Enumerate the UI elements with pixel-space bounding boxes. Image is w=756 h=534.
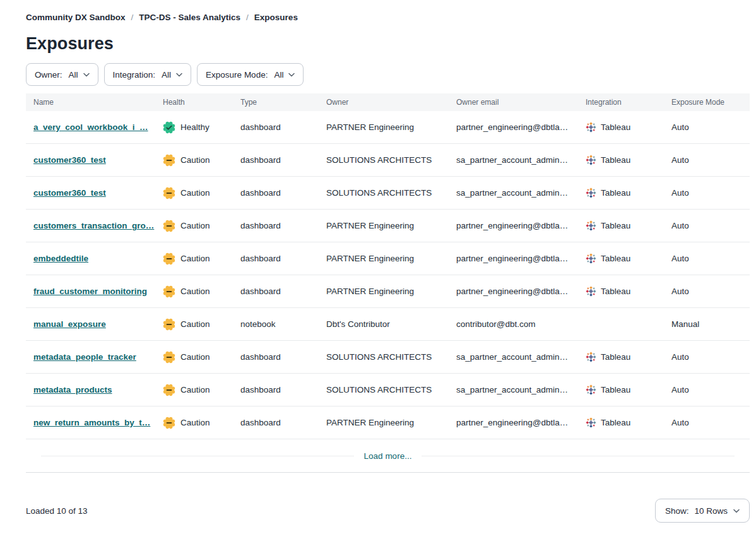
caution-seal-icon (163, 351, 175, 364)
owner-cell: PARTNER Engineering (326, 418, 456, 427)
type-cell: dashboard (240, 122, 326, 132)
integration-cell: Tableau (586, 220, 671, 231)
exposure-mode-filter-dropdown[interactable]: Exposure Mode:All (197, 63, 304, 86)
owner-filter-dropdown[interactable]: Owner:All (26, 63, 98, 86)
breadcrumb-separator: / (131, 13, 134, 22)
table-row: new_return_amounts_by_t… Caution dashboa… (26, 406, 750, 439)
load-more-link[interactable]: Load more... (354, 451, 422, 461)
table-row: embeddedtile Caution dashboard PARTNER E… (26, 242, 750, 275)
filter-bar: Owner:All Integration:All Exposure Mode:… (26, 63, 750, 86)
caution-seal-icon (163, 187, 175, 199)
integration-cell: Tableau (586, 352, 671, 362)
integration-cell: Tableau (586, 286, 671, 297)
health-label: Caution (180, 352, 210, 362)
breadcrumb-item-exposures: Exposures (254, 13, 298, 22)
tableau-icon (586, 384, 596, 395)
table-row: metadata_people_tracker Caution dashboar… (26, 341, 750, 374)
exposures-table: Name Health Type Owner Owner email Integ… (26, 93, 750, 473)
load-more-row: Load more... (26, 439, 750, 473)
rows-per-page-dropdown[interactable]: Show:10 Rows (655, 499, 750, 523)
owner-email-cell: partner_engineering@dbtla… (456, 287, 586, 296)
integration-label: Tableau (601, 188, 630, 198)
health-label: Caution (180, 254, 210, 263)
owner-email-cell: partner_engineering@dbtla… (456, 122, 586, 132)
integration-cell: Tableau (586, 384, 671, 395)
type-cell: dashboard (240, 254, 326, 263)
health-label: Caution (180, 221, 210, 230)
column-header-owner: Owner (326, 98, 456, 107)
health-label: Healthy (180, 122, 210, 132)
column-header-owner-email: Owner email (456, 98, 586, 107)
health-label: Caution (180, 188, 210, 198)
exposure-mode-cell: Auto (671, 221, 750, 230)
column-header-exposure-mode: Exposure Mode (671, 98, 750, 107)
integration-cell: Tableau (586, 417, 671, 428)
owner-email-cell: sa_partner_account_admin… (456, 188, 586, 198)
table-row: metadata_products Caution dashboard SOLU… (26, 374, 750, 406)
health-label: Caution (180, 287, 210, 296)
breadcrumb-item-environment[interactable]: TPC-DS - Sales Analytics (139, 13, 240, 22)
integration-label: Tableau (601, 155, 630, 165)
table-row: customers_transaction_gro… Caution dashb… (26, 210, 750, 242)
owner-cell: PARTNER Engineering (326, 287, 456, 296)
column-header-health: Health (163, 98, 240, 107)
exposure-name-link[interactable]: customers_transaction_gro… (33, 221, 154, 230)
filter-value: All (69, 70, 78, 80)
tableau-icon (586, 155, 596, 165)
owner-cell: SOLUTIONS ARCHITECTS (326, 188, 456, 198)
exposure-mode-cell: Manual (671, 319, 750, 329)
integration-cell: Tableau (586, 253, 671, 264)
exposure-mode-cell: Auto (671, 352, 750, 362)
exposure-name-link[interactable]: embeddedtile (33, 254, 88, 263)
exposures-page: Community DX Sandbox / TPC-DS - Sales An… (0, 0, 756, 523)
exposure-name-link[interactable]: manual_exposure (33, 319, 106, 329)
exposure-name-link[interactable]: fraud_customer_monitoring (33, 287, 147, 296)
table-header-row: Name Health Type Owner Owner email Integ… (26, 93, 750, 111)
exposure-name-link[interactable]: metadata_products (33, 385, 112, 395)
exposure-mode-cell: Auto (671, 188, 750, 198)
integration-cell: Tableau (586, 122, 671, 133)
health-label: Caution (180, 319, 210, 329)
tableau-icon (586, 122, 596, 133)
table-row: customer360_test Caution dashboard SOLUT… (26, 177, 750, 210)
caution-seal-icon (163, 220, 175, 232)
exposure-mode-cell: Auto (671, 418, 750, 427)
type-cell: dashboard (240, 385, 326, 395)
exposure-name-link[interactable]: customer360_test (33, 155, 106, 165)
table-row: customer360_test Caution dashboard SOLUT… (26, 144, 750, 177)
integration-label: Tableau (601, 221, 630, 230)
tableau-icon (586, 220, 596, 231)
caution-seal-icon (163, 384, 175, 396)
owner-cell: PARTNER Engineering (326, 254, 456, 263)
healthy-seal-icon (163, 121, 175, 134)
exposure-mode-cell: Auto (671, 254, 750, 263)
type-cell: dashboard (240, 155, 326, 165)
chevron-down-icon (176, 73, 182, 77)
table-row: a_very_cool_workbook_i_… Healthy dashboa… (26, 111, 750, 144)
breadcrumb-item-project[interactable]: Community DX Sandbox (26, 13, 126, 22)
health-label: Caution (180, 155, 210, 165)
exposure-name-link[interactable]: customer360_test (33, 188, 106, 198)
exposure-name-link[interactable]: metadata_people_tracker (33, 352, 136, 362)
owner-email-cell: partner_engineering@dbtla… (456, 254, 586, 263)
show-label: Show: (665, 506, 689, 516)
exposure-mode-cell: Auto (671, 287, 750, 296)
table-row: manual_exposure Caution notebook Dbt's C… (26, 308, 750, 341)
caution-seal-icon (163, 154, 175, 167)
tableau-icon (586, 352, 596, 362)
integration-filter-dropdown[interactable]: Integration:All (104, 63, 192, 86)
filter-label: Integration: (113, 70, 156, 80)
filter-label: Owner: (35, 70, 62, 80)
owner-cell: SOLUTIONS ARCHITECTS (326, 352, 456, 362)
owner-cell: SOLUTIONS ARCHITECTS (326, 385, 456, 395)
type-cell: dashboard (240, 352, 326, 362)
chevron-down-icon (288, 73, 295, 77)
integration-label: Tableau (601, 418, 630, 427)
exposure-mode-cell: Auto (671, 122, 750, 132)
column-header-type: Type (240, 98, 326, 107)
exposure-name-link[interactable]: a_very_cool_workbook_i_… (33, 122, 148, 132)
exposure-mode-cell: Auto (671, 155, 750, 165)
exposure-name-link[interactable]: new_return_amounts_by_t… (33, 418, 150, 427)
chevron-down-icon (83, 73, 90, 77)
chevron-down-icon (733, 509, 740, 513)
